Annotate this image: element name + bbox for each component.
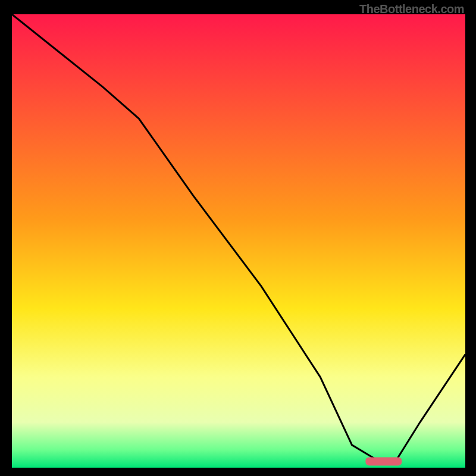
bottleneck-chart [12, 14, 465, 468]
watermark-text: TheBottleneck.com [359, 2, 464, 16]
chart-container [12, 14, 465, 468]
optimal-marker [365, 458, 402, 466]
gradient-background [12, 14, 465, 468]
